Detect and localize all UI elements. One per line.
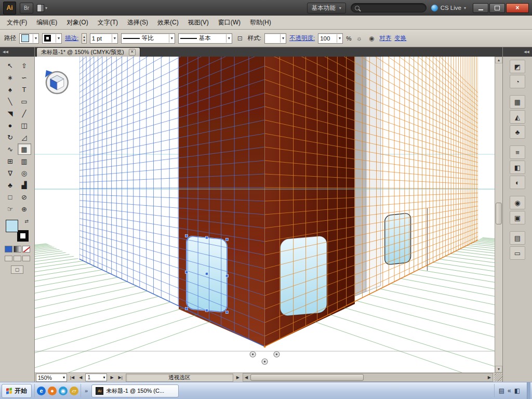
rectangle-tool[interactable]: ▭ xyxy=(18,96,31,107)
paintbrush-tool[interactable]: ◥ xyxy=(4,108,17,119)
hand-tool[interactable]: ☞ xyxy=(4,203,17,215)
pen-tool[interactable]: ♠ xyxy=(4,84,17,95)
internet-explorer-icon[interactable]: e xyxy=(37,387,46,395)
document-tab[interactable]: 未标题-1* @ 150% (CMYK/预览) × xyxy=(36,47,140,57)
minimize-button[interactable] xyxy=(473,3,488,13)
menu-item-6[interactable]: 视图(V) xyxy=(183,16,214,29)
vertical-scrollbar[interactable]: ▲ ▼ xyxy=(495,57,502,373)
restore-button[interactable] xyxy=(489,3,505,13)
draw-normal-button[interactable] xyxy=(5,256,12,261)
blend-tool[interactable]: ◎ xyxy=(18,167,31,179)
pencil-tool[interactable]: ╱ xyxy=(18,108,31,119)
rotate-tool[interactable]: ↻ xyxy=(4,131,17,143)
recolor-artwork-icon[interactable]: ☼ xyxy=(354,34,364,43)
search-input[interactable] xyxy=(351,3,427,12)
collapse-tray-icon[interactable]: « xyxy=(508,387,511,394)
perspective-grid-tool[interactable]: ▦ xyxy=(18,143,31,155)
width-profile-dropdown[interactable]: 等比 ▾ xyxy=(121,33,175,44)
canvas[interactable] xyxy=(35,57,495,373)
previous-artboard-button[interactable]: ◀ xyxy=(77,375,84,380)
next-artboard-button[interactable]: ▶ xyxy=(109,375,115,380)
column-graph-tool[interactable]: ▟ xyxy=(18,179,31,191)
horizontal-scrollbar[interactable]: ◀ ▶ xyxy=(243,373,493,382)
brushes-panel[interactable]: ◭ xyxy=(510,110,525,124)
type-tool[interactable]: T xyxy=(18,84,31,95)
scale-tool[interactable]: ◿ xyxy=(18,131,31,143)
line-segment-tool[interactable]: ╲ xyxy=(4,96,17,107)
last-artboard-button[interactable]: ▶| xyxy=(117,375,124,380)
close-button[interactable]: × xyxy=(506,3,529,13)
tools-collapse-button[interactable]: ◀◀ xyxy=(0,47,34,57)
eraser-tool[interactable]: ◫ xyxy=(18,119,31,131)
taskbar-task-button[interactable]: Ai 未标题-1 @ 150% (C... xyxy=(91,384,179,397)
symbols-panel[interactable]: ♣ xyxy=(510,125,525,139)
show-desktop-button[interactable] xyxy=(527,382,530,399)
magic-wand-tool[interactable]: ∗ xyxy=(4,72,17,83)
horizontal-scroll-thumb[interactable] xyxy=(250,374,364,381)
stroke-weight-stepper[interactable]: ▴ ▾ xyxy=(82,33,87,44)
gradient-mode-button[interactable] xyxy=(14,246,21,252)
canvas-artwork[interactable] xyxy=(35,57,495,373)
color-mode-button[interactable] xyxy=(5,246,12,252)
cs-live-button[interactable]: CS Live ▾ xyxy=(431,5,466,11)
browser-icon[interactable]: ● xyxy=(48,387,57,395)
menu-item-5[interactable]: 效果(C) xyxy=(153,16,183,29)
draw-inside-button[interactable] xyxy=(22,256,30,261)
gradient-panel[interactable]: ◧ xyxy=(510,161,525,174)
color-panel[interactable]: ◩ xyxy=(510,60,525,73)
start-button[interactable]: 开始 xyxy=(2,384,32,398)
lasso-tool[interactable]: ∽ xyxy=(18,72,31,83)
artboard-tool[interactable]: □ xyxy=(4,191,17,203)
menu-item-0[interactable]: 文件(F) xyxy=(2,16,32,29)
draw-behind-button[interactable] xyxy=(14,256,21,261)
media-player-icon[interactable]: ◉ xyxy=(59,387,68,395)
gradient-tool[interactable]: ▥ xyxy=(18,155,31,167)
swap-fill-stroke-icon[interactable]: ⇄ xyxy=(24,219,29,224)
shape-mode-icon[interactable]: ⊡ xyxy=(235,34,245,43)
menu-item-8[interactable]: 帮助(H) xyxy=(245,16,276,29)
scroll-down-icon[interactable]: ▼ xyxy=(495,366,502,373)
stroke-panel-link[interactable]: 描边: xyxy=(65,34,78,42)
transform-panel-link[interactable]: 变换 xyxy=(394,34,406,42)
screen-mode-button[interactable]: ▢ xyxy=(11,265,23,274)
stroke-indicator[interactable] xyxy=(17,230,29,242)
menu-item-2[interactable]: 对象(O) xyxy=(62,16,92,29)
brush-definition-dropdown[interactable]: 基本 ▾ xyxy=(178,33,232,44)
style-dropdown[interactable]: ▾ xyxy=(264,33,286,44)
scroll-left-icon[interactable]: ◀ xyxy=(243,375,249,380)
fill-stroke-indicator[interactable]: ⇄ xyxy=(6,220,29,242)
fill-color-dropdown[interactable]: ▾ xyxy=(19,33,39,44)
fill-indicator[interactable] xyxy=(6,220,18,232)
width-tool[interactable]: ∿ xyxy=(4,143,17,155)
zoom-dropdown[interactable]: 150% ▾ xyxy=(36,374,67,382)
printer-icon[interactable]: ▤ xyxy=(499,387,504,394)
selection-tool[interactable]: ↖ xyxy=(4,60,17,71)
menu-item-4[interactable]: 选择(S) xyxy=(123,16,153,29)
scroll-right-icon[interactable]: ▶ xyxy=(486,375,493,380)
swatches-panel[interactable]: ▦ xyxy=(510,95,525,109)
slice-tool[interactable]: ⊘ xyxy=(18,191,31,203)
dock-expand-button[interactable]: ◀◀ xyxy=(503,47,532,57)
artboard-number-dropdown[interactable]: 1 ▾ xyxy=(85,374,107,381)
first-artboard-button[interactable]: |◀ xyxy=(69,375,76,380)
stroke-panel[interactable]: ≡ xyxy=(510,145,525,159)
opacity-panel-link[interactable]: 不透明度: xyxy=(289,34,315,42)
direct-selection-tool[interactable]: ⇧ xyxy=(18,60,31,71)
close-tab-icon[interactable]: × xyxy=(129,49,136,56)
resize-grip[interactable] xyxy=(495,374,502,381)
layers-panel[interactable]: ▤ xyxy=(510,231,525,245)
stroke-color-dropdown[interactable]: ▾ xyxy=(42,33,62,44)
status-popup-icon[interactable]: ▶ xyxy=(235,375,241,380)
appearance-panel[interactable]: ◉ xyxy=(510,196,525,209)
vertical-scroll-thumb[interactable] xyxy=(496,203,502,224)
color-guide-panel[interactable]: ◔ xyxy=(510,75,525,88)
bridge-button[interactable]: Br xyxy=(20,3,33,14)
opacity-dropdown[interactable]: 100 ▾ xyxy=(318,33,343,44)
blob-brush-tool[interactable]: ● xyxy=(4,119,17,131)
transparency-panel[interactable]: ◐ xyxy=(510,176,525,189)
menu-item-1[interactable]: 编辑(E) xyxy=(32,16,62,29)
isolation-mode-icon[interactable]: ◉ xyxy=(367,34,376,43)
align-panel-link[interactable]: 对齐 xyxy=(379,34,391,42)
stroke-weight-dropdown[interactable]: 1 pt ▾ xyxy=(90,33,118,44)
workspace-switcher-button[interactable]: 基本功能 ▾ xyxy=(307,3,346,14)
